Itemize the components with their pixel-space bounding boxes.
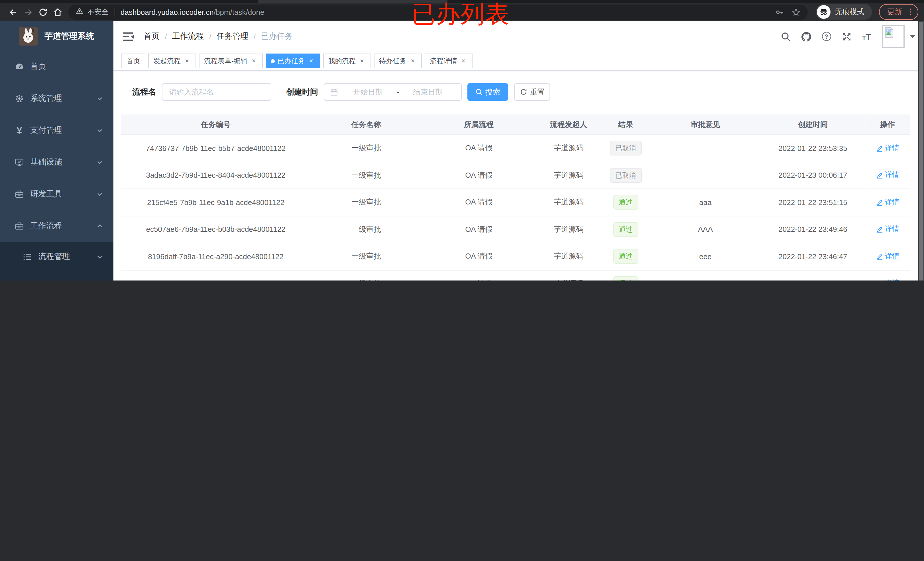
tab-我的流程[interactable]: 我的流程×: [323, 54, 371, 68]
detail-link[interactable]: 详情: [876, 252, 899, 262]
tab-label: 流程详情: [430, 56, 457, 66]
sidebar-item-系统管理[interactable]: 系统管理: [0, 82, 113, 114]
close-icon[interactable]: ×: [459, 57, 467, 65]
search-icon[interactable]: [781, 31, 790, 41]
avatar[interactable]: [882, 25, 904, 48]
result-badge: 通过: [613, 222, 638, 237]
browser-menu-icon[interactable]: [908, 9, 913, 16]
breadcrumb-separator: /: [209, 32, 212, 41]
sidebar-item-研发工具[interactable]: 研发工具: [0, 178, 113, 210]
create-time-label: 创建时间: [286, 87, 318, 97]
breadcrumb-item[interactable]: 工作流程: [172, 31, 204, 42]
start-date-placeholder[interactable]: 开始日期: [340, 87, 396, 97]
column-header-所属流程: 所属流程: [422, 114, 536, 135]
navbar-actions: ? TT: [770, 25, 915, 48]
table-row: ec507ae6-7b9a-11ec-b03b-acde48001122一级审批…: [121, 216, 910, 243]
date-range-picker[interactable]: 开始日期 - 结束日期: [324, 83, 462, 101]
page-scrollbar[interactable]: [918, 21, 924, 280]
task-flow: OA 请假: [465, 143, 492, 154]
browser-refresh-icon[interactable]: [35, 4, 50, 19]
sidebar-item-基础设施[interactable]: 基础设施: [0, 147, 113, 178]
create-time: 2022-01-22 23:46:47: [778, 252, 847, 261]
browser-forward-icon[interactable]: [21, 4, 35, 19]
url-text[interactable]: dashboard.yudao.iocoder.cn/bpm/task/done: [120, 8, 264, 16]
task-flow: OA 请假: [465, 224, 492, 235]
sidebar-toggle-icon[interactable]: [122, 30, 135, 43]
security-warning-icon: [76, 7, 83, 17]
sidebar-item-label: 研发工具: [30, 189, 62, 199]
tab-首页[interactable]: 首页: [122, 54, 146, 68]
address-bar[interactable]: 不安全 dashboard.yudao.iocoder.cn/bpm/task/…: [68, 4, 807, 19]
approve-comment: aaa: [699, 198, 711, 207]
help-icon[interactable]: ?: [822, 32, 831, 41]
sidebar-item-流程管理[interactable]: 流程管理: [0, 242, 113, 272]
security-label[interactable]: 不安全: [87, 7, 109, 17]
fullscreen-icon[interactable]: [842, 31, 851, 41]
task-initiator: 芋道源码: [554, 251, 584, 262]
breadcrumb-item[interactable]: 首页: [144, 31, 160, 42]
close-icon[interactable]: ×: [250, 57, 258, 65]
sidebar-item-首页[interactable]: 首页: [0, 51, 113, 82]
sidebar-item-工作流程[interactable]: 工作流程: [0, 210, 113, 242]
toolbox-icon: [14, 189, 24, 199]
table-header-row: 任务编号任务名称所属流程流程发起人结果审批意见创建时间操作: [121, 114, 910, 135]
browser-chrome: 不安全 dashboard.yudao.iocoder.cn/bpm/task/…: [0, 0, 924, 21]
column-header-任务名称: 任务名称: [310, 114, 422, 135]
task-initiator: 芋道源码: [554, 143, 584, 154]
sidebar-item-任务管理[interactable]: 任务管理: [0, 272, 113, 280]
browser-back-icon[interactable]: [6, 4, 21, 19]
sidebar-logo[interactable]: 芋道管理系统: [0, 21, 113, 51]
detail-link[interactable]: 详情: [876, 197, 899, 207]
task-initiator: 芋道源码: [554, 197, 584, 208]
tab-待办任务[interactable]: 待办任务×: [374, 54, 422, 68]
approve-comment: EEEE: [695, 279, 715, 281]
end-date-placeholder[interactable]: 结束日期: [400, 87, 456, 97]
approve-comment: AAA: [698, 225, 713, 234]
search-button[interactable]: 搜索: [467, 83, 508, 101]
tab-发起流程[interactable]: 发起流程×: [148, 54, 196, 68]
close-icon[interactable]: ×: [183, 57, 191, 65]
close-icon[interactable]: ×: [409, 57, 417, 65]
create-time: 2022-01-22 23:53:35: [778, 144, 847, 153]
close-icon[interactable]: ×: [358, 57, 366, 65]
tab-流程详情[interactable]: 流程详情×: [424, 54, 472, 68]
table-row: 67c534a2-7b9a-11ec-a290-acde48001122一级审批…: [121, 270, 910, 280]
task-name: 一级审批: [351, 170, 381, 181]
reset-button[interactable]: 重置: [514, 83, 550, 101]
sidebar-item-label: 流程管理: [38, 252, 70, 262]
browser-toolbar: 不安全 dashboard.yudao.iocoder.cn/bpm/task/…: [0, 3, 924, 21]
tab-label: 流程表单-编辑: [204, 56, 248, 66]
detail-link[interactable]: 详情: [876, 225, 899, 234]
tab-label: 我的流程: [328, 56, 356, 66]
task-id: 3adac3d2-7b9d-11ec-8404-acde48001122: [146, 171, 285, 180]
breadcrumb: 首页/工作流程/任务管理/已办任务: [144, 31, 293, 42]
process-name-input[interactable]: 请输入流程名: [162, 83, 272, 101]
bookmark-star-icon[interactable]: [792, 8, 800, 16]
chevron-down-icon: [96, 127, 103, 134]
yen-icon: ¥: [14, 125, 24, 136]
browser-home-icon[interactable]: [50, 4, 65, 19]
done-task-table: 任务编号任务名称所属流程流程发起人结果审批意见创建时间操作 74736737-7…: [121, 114, 910, 280]
list-tree-icon: [22, 252, 33, 262]
close-icon[interactable]: ×: [307, 57, 315, 65]
breadcrumb-item[interactable]: 任务管理: [217, 31, 249, 42]
avatar-dropdown-icon[interactable]: [910, 35, 915, 38]
sidebar-item-支付管理[interactable]: ¥支付管理: [0, 114, 113, 147]
detail-link[interactable]: 详情: [876, 279, 899, 281]
result-badge: 已取消: [610, 168, 642, 183]
tab-流程表单-编辑[interactable]: 流程表单-编辑×: [199, 54, 263, 68]
task-name: 一级审批: [351, 251, 381, 262]
sidebar: 芋道管理系统 首页系统管理¥支付管理基础设施研发工具工作流程流程管理任务管理我的…: [0, 21, 113, 280]
password-key-icon[interactable]: [775, 8, 783, 16]
table-row: 74736737-7b9b-11ec-b5b7-acde48001122一级审批…: [121, 135, 910, 162]
update-button[interactable]: 更新: [879, 4, 918, 20]
page-scrollbar-thumb[interactable]: [919, 22, 923, 280]
detail-link[interactable]: 详情: [876, 171, 899, 180]
task-name: 一级审批: [351, 197, 381, 208]
github-icon[interactable]: [801, 31, 811, 41]
chevron-up-icon: [96, 223, 103, 229]
font-size-icon[interactable]: TT: [862, 32, 871, 41]
monitor-icon: [14, 157, 24, 168]
detail-link[interactable]: 详情: [876, 144, 899, 153]
tab-已办任务[interactable]: 已办任务×: [266, 54, 320, 68]
